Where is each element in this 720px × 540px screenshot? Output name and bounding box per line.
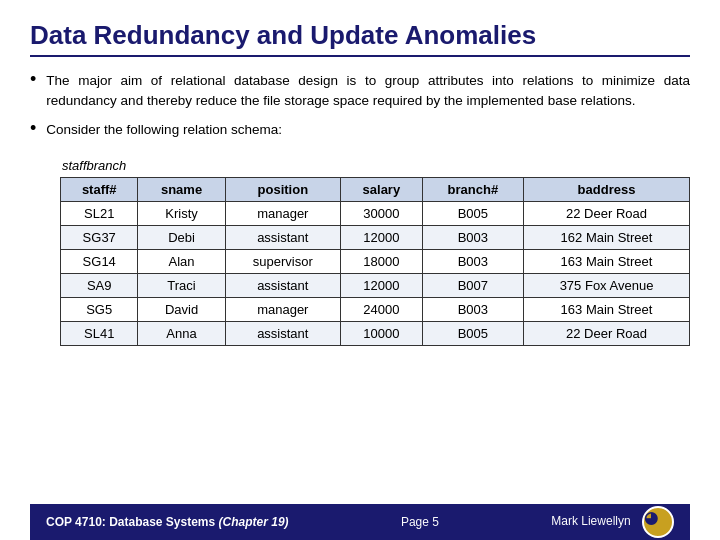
table-cell: B003 [422,225,523,249]
table-cell: 30000 [340,201,422,225]
table-cell: 22 Deer Road [524,321,690,345]
footer-left: COP 4710: Database Systems (Chapter 19) [46,515,289,529]
table-cell: 18000 [340,249,422,273]
table-cell: assistant [225,273,340,297]
table-cell: assistant [225,225,340,249]
table-body: SL21Kristymanager30000B00522 Deer RoadSG… [61,201,690,345]
bullet-text-2: Consider the following relation schema: [46,120,282,140]
table-row: SG5Davidmanager24000B003163 Main Street [61,297,690,321]
table-cell: B003 [422,297,523,321]
table-cell: SL21 [61,201,138,225]
table-cell: David [138,297,225,321]
col-header-baddress: baddress [524,177,690,201]
table-cell: B007 [422,273,523,297]
table-row: SG14Alansupervisor18000B003163 Main Stre… [61,249,690,273]
table-cell: B005 [422,321,523,345]
slide-container: Data Redundancy and Update Anomalies • T… [0,0,720,540]
table-cell: supervisor [225,249,340,273]
bullets-section: • The major aim of relational database d… [30,71,690,148]
slide-title: Data Redundancy and Update Anomalies [30,20,690,57]
table-cell: 375 Fox Avenue [524,273,690,297]
bullet-dot-2: • [30,118,36,139]
table-cell: assistant [225,321,340,345]
table-cell: SG5 [61,297,138,321]
bullet-text-1: The major aim of relational database des… [46,71,690,112]
table-cell: 162 Main Street [524,225,690,249]
table-cell: 163 Main Street [524,297,690,321]
table-cell: 12000 [340,273,422,297]
table-cell: Debi [138,225,225,249]
table-cell: SG14 [61,249,138,273]
bullet-dot-1: • [30,69,36,90]
table-cell: 163 Main Street [524,249,690,273]
footer-author: Mark Liewellyn ◕ [551,506,674,538]
table-cell: 12000 [340,225,422,249]
table-cell: 10000 [340,321,422,345]
table-cell: SA9 [61,273,138,297]
col-header-position: position [225,177,340,201]
col-header-salary: salary [340,177,422,201]
table-cell: Anna [138,321,225,345]
table-cell: Kristy [138,201,225,225]
logo-icon: ◕ [642,506,674,538]
col-header-sname: sname [138,177,225,201]
schema-label: staffbranch [62,158,690,173]
table-cell: SL41 [61,321,138,345]
footer-chapter-italic: (Chapter 19) [215,515,288,529]
table-cell: 24000 [340,297,422,321]
table-cell: manager [225,297,340,321]
table-row: SL21Kristymanager30000B00522 Deer Road [61,201,690,225]
table-cell: Traci [138,273,225,297]
table-cell: B003 [422,249,523,273]
table-row: SL41Annaassistant10000B00522 Deer Road [61,321,690,345]
footer-author-text: Mark Liewellyn [551,514,630,528]
table-cell: Alan [138,249,225,273]
staffbranch-table: staff# sname position salary branch# bad… [60,177,690,346]
table-header-row: staff# sname position salary branch# bad… [61,177,690,201]
table-row: SA9Traciassistant12000B007375 Fox Avenue [61,273,690,297]
col-header-staff: staff# [61,177,138,201]
bullet-item-1: • The major aim of relational database d… [30,71,690,112]
footer-course-bold: COP 4710: Database Systems [46,515,215,529]
footer: COP 4710: Database Systems (Chapter 19) … [30,504,690,540]
col-header-branch: branch# [422,177,523,201]
table-cell: 22 Deer Road [524,201,690,225]
table-cell: manager [225,201,340,225]
table-cell: SG37 [61,225,138,249]
bullet-item-2: • Consider the following relation schema… [30,120,690,140]
table-row: SG37Debiassistant12000B003162 Main Stree… [61,225,690,249]
footer-page: Page 5 [401,515,439,529]
table-cell: B005 [422,201,523,225]
